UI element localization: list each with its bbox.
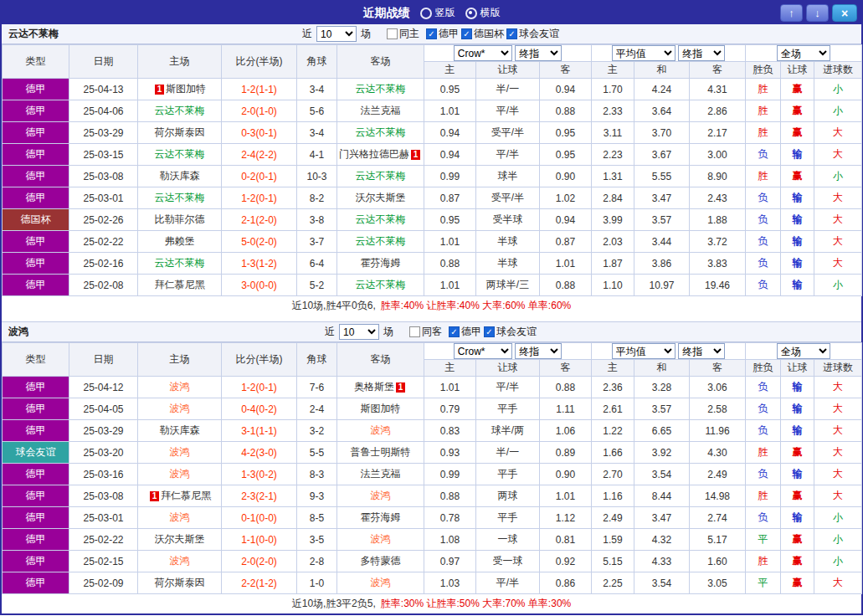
avg-odds-cell: 2.70 [592, 464, 634, 485]
score-cell: 0-3(0-1) [222, 122, 297, 144]
checkbox-unchecked-icon[interactable] [409, 326, 420, 337]
checkbox-checked-icon[interactable]: ✓ [461, 28, 472, 39]
match-row: 德甲25-04-06云达不莱梅2-0(1-0)5-6法兰克福1.01平/半0.8… [3, 100, 862, 122]
league-filter[interactable]: ✓德甲 [449, 325, 481, 339]
team-header: 波鸿 近 10 场 同客 ✓德甲✓球会友谊 [2, 321, 861, 342]
date-cell: 25-02-15 [69, 551, 138, 572]
radio-horizontal-layout[interactable]: 横版 [465, 6, 501, 20]
league-filters: ✓德甲✓球会友谊 [448, 325, 537, 339]
col-home: 主场 [138, 45, 222, 79]
col-odds-home: 主 [424, 62, 476, 79]
handicap-result-cell: 赢 [781, 79, 814, 100]
average-odds-select[interactable]: 平均值 [612, 343, 676, 359]
odds-provider-select[interactable]: Crow* [454, 343, 512, 359]
result-cell: 负 [746, 231, 781, 253]
col-avg-home: 主 [592, 360, 634, 377]
league-badge: 德甲 [3, 79, 69, 100]
radio-vertical-layout[interactable]: 竖版 [420, 6, 455, 20]
home-team-cell: 荷尔斯泰因 [138, 572, 222, 594]
home-team-cell: 波鸿 [138, 377, 222, 398]
away-team-cell: 霍芬海姆 [337, 253, 424, 275]
full-match-select[interactable]: 全场 [777, 45, 830, 61]
match-row: 德甲25-03-081拜仁慕尼黑2-3(2-1)9-3波鸿0.88两球1.011… [3, 485, 862, 507]
odds-cell: 0.86 [540, 572, 592, 594]
average-odds-select[interactable]: 平均值 [612, 45, 676, 61]
odds-cell: 0.88 [424, 485, 476, 507]
match-count-select[interactable]: 10 [339, 324, 379, 340]
odds-cell: 两球半/三 [476, 275, 540, 296]
league-filter[interactable]: ✓球会友谊 [484, 325, 537, 339]
header-dropdown-row: 类型 日期 主场 比分(半场) 角球 客场 Crow* 终指 平均值 终指 [3, 45, 862, 62]
goals-result-cell: 大 [814, 398, 862, 420]
league-filters: ✓德甲✓德国杯✓球会友谊 [425, 27, 560, 41]
goals-result-cell: 小 [814, 529, 862, 551]
league-filter[interactable]: ✓球会友谊 [506, 27, 559, 41]
avg-odds-cell: 3.57 [634, 209, 690, 231]
checkbox-checked-icon[interactable]: ✓ [426, 28, 437, 39]
league-filter[interactable]: ✓德国杯 [461, 27, 504, 41]
away-team-cell: 云达不莱梅 [337, 231, 424, 253]
checkbox-unchecked-icon[interactable] [387, 28, 398, 39]
final-odds-select-2[interactable]: 终指 [678, 343, 725, 359]
summary-record: 近10场,胜4平0负6, [292, 299, 376, 313]
corner-cell: 2-8 [297, 551, 337, 572]
same-venue-filter[interactable]: 同主 [387, 27, 419, 41]
handicap-result-cell: 输 [781, 507, 814, 529]
league-badge: 德甲 [3, 100, 69, 122]
checkbox-checked-icon[interactable]: ✓ [484, 326, 495, 337]
match-count-select[interactable]: 10 [316, 26, 357, 42]
odds-cell: 半球 [476, 231, 540, 253]
red-card-badge: 1 [155, 85, 164, 95]
radio-selected-icon [465, 8, 477, 19]
handicap-result-cell: 输 [781, 275, 814, 296]
checkbox-checked-icon[interactable]: ✓ [449, 326, 460, 337]
average-odds-header: 平均值 终指 [592, 45, 746, 62]
odds-provider-select[interactable]: Crow* [454, 45, 512, 61]
league-badge: 德甲 [3, 572, 69, 594]
corner-cell: 7-6 [297, 377, 337, 398]
odds-cell: 0.90 [540, 166, 592, 187]
result-cell: 负 [746, 377, 781, 398]
col-home: 主场 [138, 343, 222, 377]
corner-cell: 8-3 [297, 464, 337, 485]
team-name-text: 荷尔斯泰因 [155, 577, 205, 588]
results-table: 类型 日期 主场 比分(半场) 角球 客场 Crow* 终指 平均值 终指 [2, 44, 862, 296]
odds-cell: 半/一 [476, 79, 540, 100]
league-filter[interactable]: ✓德甲 [426, 27, 459, 41]
odds-cell: 0.97 [424, 551, 476, 572]
col-goals: 进球数 [814, 62, 862, 79]
scroll-up-button[interactable]: ↑ [780, 4, 803, 22]
odds-cell: 0.88 [424, 253, 476, 275]
team-name-text: 奥格斯堡 [354, 381, 394, 393]
score-cell: 0-4(0-2) [222, 398, 297, 420]
avg-odds-cell: 2.36 [592, 377, 634, 398]
team-name-text: 法兰克福 [361, 105, 401, 116]
team-name-text: 云达不莱梅 [155, 105, 205, 116]
match-row: 德甲25-04-131斯图加特1-2(1-1)3-4云达不莱梅0.95半/一0.… [3, 79, 862, 100]
final-odds-select[interactable]: 终指 [515, 45, 562, 61]
red-card-badge: 1 [411, 150, 420, 160]
date-cell: 25-04-05 [69, 398, 138, 420]
same-venue-filter[interactable]: 同客 [409, 325, 442, 339]
final-odds-select-2[interactable]: 终指 [678, 45, 725, 61]
away-team-cell: 普鲁士明斯特 [337, 442, 424, 464]
handicap-result-cell: 输 [781, 420, 814, 442]
corner-cell: 3-8 [297, 209, 337, 231]
away-team-cell: 云达不莱梅 [337, 122, 424, 144]
col-avg-draw: 和 [634, 360, 690, 377]
avg-odds-cell: 4.30 [690, 442, 746, 464]
handicap-result-cell: 赢 [781, 529, 814, 551]
result-cell: 负 [746, 398, 781, 420]
avg-odds-cell: 3.47 [634, 187, 690, 209]
close-button[interactable]: × [832, 4, 857, 22]
full-match-select[interactable]: 全场 [777, 343, 830, 359]
odds-cell: 平手 [476, 507, 540, 529]
avg-odds-cell: 5.55 [634, 166, 690, 187]
scroll-down-button[interactable]: ↓ [806, 4, 829, 22]
odds-cell: 0.99 [424, 166, 476, 187]
odds-cell: 1.08 [424, 529, 476, 551]
avg-odds-cell: 3.11 [592, 122, 634, 144]
checkbox-checked-icon[interactable]: ✓ [506, 28, 517, 39]
final-odds-select[interactable]: 终指 [515, 343, 562, 359]
odds-cell: 0.83 [424, 420, 476, 442]
